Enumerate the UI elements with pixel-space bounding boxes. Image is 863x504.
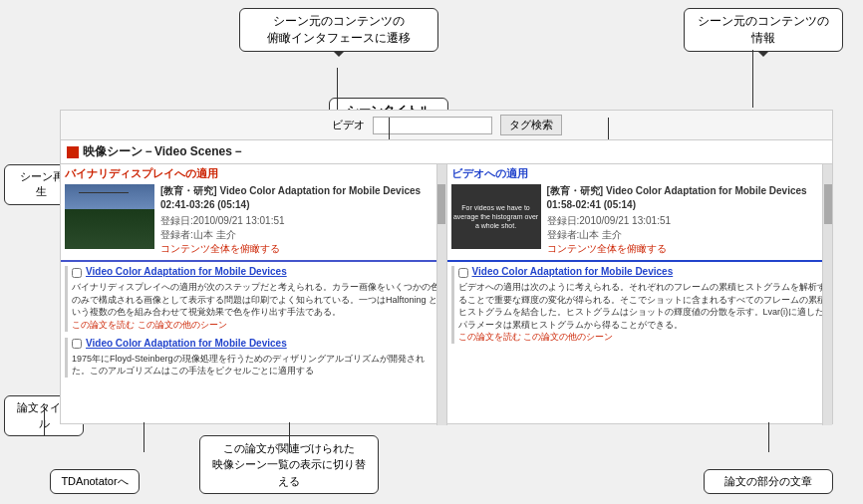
left-paper-section: Video Color Adaptation for Mobile Device… bbox=[61, 262, 446, 425]
source-interface-callout: シーン元のコンテンツの 俯瞰インタフェースに遷移 bbox=[239, 8, 438, 52]
tdanotator-text: TDAnotatorへ bbox=[61, 475, 128, 487]
source-info-callout: シーン元のコンテンツの情報 bbox=[684, 8, 843, 52]
left-paper2-checkbox[interactable] bbox=[72, 339, 82, 349]
left-paper1-text: バイナリディスプレイへの適用が次のステップだと考えられる。カラー画像をいくつかの… bbox=[72, 281, 442, 319]
paper-section-callout: 論文の部分の文章 bbox=[704, 469, 833, 494]
left-paper1-links[interactable]: この論文を読む この論文の他のシーン bbox=[72, 319, 442, 332]
paper-title-arrow bbox=[44, 406, 45, 436]
left-paper2-text: 1975年にFloyd-Steinbergの現像処理を行うためのディザリングアル… bbox=[72, 353, 442, 378]
scenes-header: 映像シーン－Video Scenes－ bbox=[61, 140, 832, 164]
left-paper2-title[interactable]: Video Color Adaptation for Mobile Device… bbox=[86, 338, 287, 349]
right-date: 登録日:2010/09/21 13:01:51 bbox=[547, 214, 829, 228]
right-scene-title: ビデオへの適用 bbox=[451, 166, 829, 181]
scene-title-arrow-left bbox=[389, 118, 390, 139]
scene-title-arrow-right bbox=[608, 118, 609, 139]
left-video-thumb[interactable] bbox=[65, 184, 154, 249]
right-video-info: [教育・研究] Video Color Adaptation for Mobil… bbox=[547, 184, 829, 212]
scenes-icon bbox=[67, 146, 79, 158]
right-author: 登録者:山本 圭介 bbox=[547, 228, 829, 242]
right-scene-section: ビデオへの適用 For videos we have to average th… bbox=[447, 164, 833, 262]
left-date: 登録日:2010/09/21 13:01:51 bbox=[160, 214, 442, 228]
source-interface-arrow bbox=[337, 68, 338, 110]
source-info-text: シーン元のコンテンツの情報 bbox=[698, 14, 829, 45]
right-paper1-checkbox[interactable] bbox=[458, 268, 468, 278]
left-video-info: [教育・研究] Video Color Adaptation for Mobil… bbox=[160, 184, 442, 212]
right-column: ビデオへの適用 For videos we have to average th… bbox=[447, 164, 833, 425]
source-info-arrow bbox=[752, 50, 753, 108]
right-scroll-thumb[interactable] bbox=[824, 184, 832, 224]
paper-section-arrow bbox=[768, 422, 769, 452]
left-paper1-checkbox[interactable] bbox=[72, 268, 82, 278]
right-scene-content: For videos we have to average the histog… bbox=[451, 184, 829, 256]
right-video-thumb[interactable]: For videos we have to average the histog… bbox=[451, 184, 541, 249]
thumb-building bbox=[65, 209, 154, 249]
left-scrollbar[interactable] bbox=[436, 164, 446, 425]
right-scene-info: [教育・研究] Video Color Adaptation for Mobil… bbox=[547, 184, 829, 256]
main-container: シーン元のコンテンツの 俯瞰インタフェースに遷移 シーン元のコンテンツの情報 シ… bbox=[0, 0, 863, 504]
left-content-link[interactable]: コンテンツ全体を俯瞰する bbox=[160, 242, 442, 256]
search-input[interactable] bbox=[373, 117, 492, 134]
right-paper1-title[interactable]: Video Color Adaptation for Mobile Device… bbox=[472, 266, 674, 277]
related-scenes-arrow bbox=[289, 422, 290, 452]
left-scene-info: [教育・研究] Video Color Adaptation for Mobil… bbox=[160, 184, 442, 256]
right-paper1-links[interactable]: この論文を読む この論文の他のシーン bbox=[458, 331, 829, 344]
right-scrollbar[interactable] bbox=[822, 164, 832, 425]
left-scene-title: バイナリディスプレイへの適用 bbox=[65, 166, 442, 181]
toolbar-label: ビデオ bbox=[332, 118, 365, 132]
scenes-header-text: 映像シーン－Video Scenes－ bbox=[83, 143, 244, 160]
tag-search-button[interactable]: タグ検索 bbox=[500, 115, 562, 135]
content-area: ビデオ タグ検索 映像シーン－Video Scenes－ バイナリディスプレイへ… bbox=[60, 110, 833, 424]
tdanotator-arrow bbox=[144, 422, 144, 452]
two-col-layout: バイナリディスプレイへの適用 [教育・研究] Video Color Adapt… bbox=[61, 164, 832, 425]
right-content-link[interactable]: コンテンツ全体を俯瞰する bbox=[547, 242, 829, 256]
left-paper-1: Video Color Adaptation for Mobile Device… bbox=[65, 266, 442, 332]
right-paper-section: Video Color Adaptation for Mobile Device… bbox=[447, 262, 833, 425]
right-paper1-text: ビデオへの適用は次のように考えられる。それぞれのフレームの累積ヒストグラムを解析… bbox=[458, 281, 829, 331]
paper-section-text: 論文の部分の文章 bbox=[724, 475, 812, 487]
thumb-sky bbox=[65, 184, 154, 209]
source-interface-text: シーン元のコンテンツの 俯瞰インタフェースに遷移 bbox=[267, 14, 411, 45]
left-column: バイナリディスプレイへの適用 [教育・研究] Video Color Adapt… bbox=[61, 164, 447, 425]
left-author: 登録者:山本 圭介 bbox=[160, 228, 442, 242]
left-scene-content: [教育・研究] Video Color Adaptation for Mobil… bbox=[65, 184, 442, 256]
right-thumb-text: For videos we have to average the histog… bbox=[451, 201, 541, 232]
left-scene-section: バイナリディスプレイへの適用 [教育・研究] Video Color Adapt… bbox=[61, 164, 446, 262]
scene-play-arrow bbox=[79, 192, 129, 193]
tdanotator-callout[interactable]: TDAnotatorへ bbox=[50, 469, 140, 494]
content-toolbar: ビデオ タグ検索 bbox=[61, 111, 832, 140]
left-paper-2: Video Color Adaptation for Mobile Device… bbox=[65, 338, 442, 378]
scene-play-text: シーン再生 bbox=[20, 170, 64, 197]
right-paper-1: Video Color Adaptation for Mobile Device… bbox=[451, 266, 829, 344]
left-scroll-thumb[interactable] bbox=[437, 184, 445, 224]
left-paper1-title[interactable]: Video Color Adaptation for Mobile Device… bbox=[86, 266, 287, 277]
